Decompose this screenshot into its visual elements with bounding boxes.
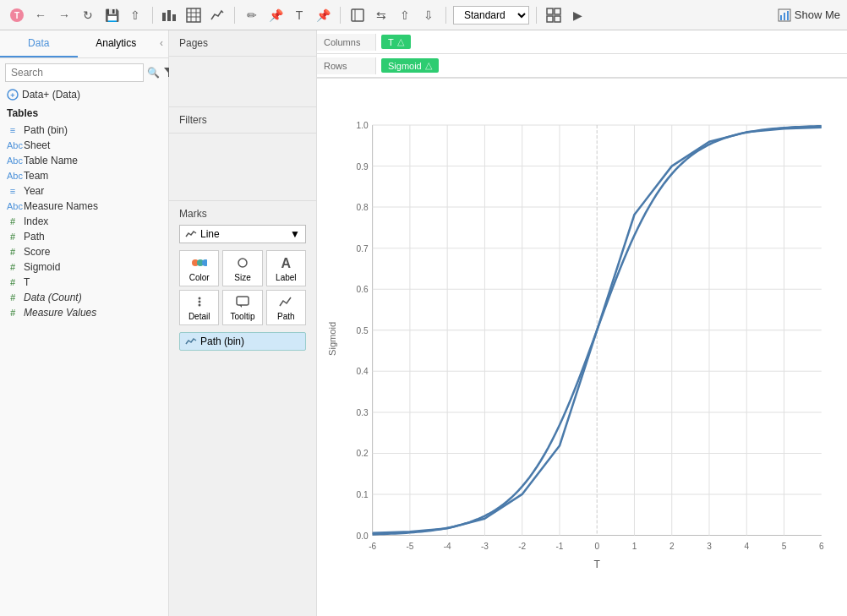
svg-text:2: 2 [669, 542, 675, 551]
field-item[interactable]: #Score [0, 244, 168, 259]
svg-point-32 [198, 304, 200, 307]
field-icon: # [7, 262, 19, 272]
pages-section [169, 57, 316, 107]
detail-label: Detail [189, 312, 210, 321]
table-icon[interactable] [183, 5, 204, 25]
redo-icon[interactable]: ↻ [78, 5, 98, 25]
marks-grid: Color Size A Label [179, 250, 306, 325]
columns-label: Columns [317, 34, 376, 51]
datasource-icon: + [7, 89, 19, 101]
path-pill-icon [185, 337, 197, 346]
color-label: Color [189, 273, 210, 282]
tooltip-icon [236, 296, 249, 310]
marks-type-dropdown[interactable]: Line ▼ [179, 225, 306, 243]
field-icon: Abc [7, 155, 19, 166]
main-layout: Data Analytics ‹ 🔍 + Data+ (Data) Tables… [0, 30, 847, 616]
columns-content: T △ [376, 33, 416, 51]
present-icon[interactable]: ▶ [567, 5, 587, 25]
marks-type-label: Line [200, 228, 220, 240]
field-icon: # [7, 232, 19, 242]
field-name: Score [24, 246, 50, 258]
sort-asc-icon[interactable]: ⇧ [395, 5, 415, 25]
svg-rect-33 [237, 297, 249, 305]
tables-header: Tables [0, 104, 168, 123]
field-item[interactable]: AbcMeasure Names [0, 199, 168, 214]
marks-detail-btn[interactable]: Detail [179, 290, 219, 325]
svg-text:0.1: 0.1 [357, 490, 369, 499]
columns-pill-text: T [388, 37, 394, 47]
marks-path-btn[interactable]: Path [266, 290, 306, 325]
view-dropdown[interactable]: Standard [453, 6, 529, 25]
marks-size-btn[interactable]: Size [222, 250, 262, 286]
svg-text:0.7: 0.7 [357, 244, 369, 253]
pin-icon[interactable]: 📌 [313, 5, 333, 25]
svg-text:5: 5 [782, 542, 787, 551]
data-source-row: + Data+ (Data) [0, 85, 168, 104]
swap-icon[interactable]: ⇆ [371, 5, 391, 25]
field-item[interactable]: #Path [0, 229, 168, 244]
bar-chart-icon[interactable] [160, 5, 180, 25]
select-icon[interactable] [347, 5, 368, 25]
center-panel: Pages Filters Marks Line ▼ Color [169, 30, 317, 616]
field-item[interactable]: AbcSheet [0, 138, 168, 153]
marks-label-btn[interactable]: A Label [266, 250, 306, 286]
field-name: Path (bin) [24, 124, 68, 136]
svg-text:0.8: 0.8 [357, 203, 369, 212]
columns-shelf: Columns T △ [317, 30, 847, 54]
text-icon[interactable]: T [289, 5, 309, 25]
save-icon[interactable]: 💾 [101, 5, 122, 25]
marks-color-btn[interactable]: Color [179, 250, 219, 286]
tab-analytics[interactable]: Analytics [78, 30, 156, 57]
marks-dropdown-arrow: ▼ [290, 228, 300, 240]
tab-data[interactable]: Data [0, 30, 78, 57]
field-item[interactable]: ≡Path (bin) [0, 123, 168, 138]
svg-text:-4: -4 [444, 542, 451, 551]
field-item[interactable]: AbcTable Name [0, 153, 168, 168]
marks-path-pill[interactable]: Path (bin) [179, 332, 306, 351]
marks-tooltip-btn[interactable]: Tooltip [222, 290, 262, 325]
sep4 [445, 7, 446, 24]
analytics-icon[interactable] [207, 5, 227, 25]
svg-text:1: 1 [632, 542, 637, 551]
forward-icon[interactable]: → [54, 5, 74, 25]
field-icon: # [7, 308, 19, 318]
search-icon[interactable]: 🔍 [147, 67, 160, 79]
field-name: Data (Count) [24, 292, 82, 303]
field-item[interactable]: #Sigmoid [0, 259, 168, 275]
svg-text:-5: -5 [406, 542, 413, 551]
field-item[interactable]: AbcTeam [0, 168, 168, 183]
field-name: T [24, 276, 30, 288]
field-item[interactable]: #Measure Values [0, 305, 168, 320]
field-item[interactable]: #Index [0, 214, 168, 229]
rows-content: Sigmoid △ [376, 57, 444, 74]
field-icon: Abc [7, 201, 19, 211]
paperclip-icon[interactable]: 📌 [265, 5, 286, 25]
show-me-button[interactable]: Show Me [778, 8, 840, 22]
search-input[interactable] [5, 63, 144, 82]
svg-text:6: 6 [819, 542, 824, 551]
sep5 [536, 7, 537, 24]
close-panel-icon[interactable]: ‹ [155, 30, 168, 57]
export-icon[interactable]: ⇧ [125, 5, 145, 25]
field-item[interactable]: #T [0, 275, 168, 290]
size-label: Size [234, 273, 250, 282]
svg-point-28 [202, 259, 207, 266]
field-name: Measure Names [24, 200, 98, 212]
marks-section: Marks Line ▼ Color [169, 201, 316, 616]
rows-pill[interactable]: Sigmoid △ [381, 58, 439, 73]
layout-icon[interactable] [544, 5, 564, 25]
back-icon[interactable]: ← [30, 5, 51, 25]
chart-area: Columns T △ Rows Sigmoid △ [317, 30, 847, 616]
label-label: Label [276, 273, 296, 282]
chart-shelves: Columns T △ Rows Sigmoid △ [317, 30, 847, 79]
svg-text:0.0: 0.0 [357, 532, 369, 541]
field-item[interactable]: #Data (Count) [0, 290, 168, 305]
field-name: Index [24, 215, 48, 227]
field-item[interactable]: ≡Year [0, 183, 168, 199]
rows-pill-delta: △ [425, 60, 432, 71]
pages-header: Pages [169, 30, 316, 57]
columns-pill[interactable]: T △ [381, 35, 411, 49]
brush-icon[interactable]: ✏ [242, 5, 262, 25]
svg-text:0.5: 0.5 [357, 326, 369, 335]
sort-desc-icon[interactable]: ⇩ [418, 5, 439, 25]
